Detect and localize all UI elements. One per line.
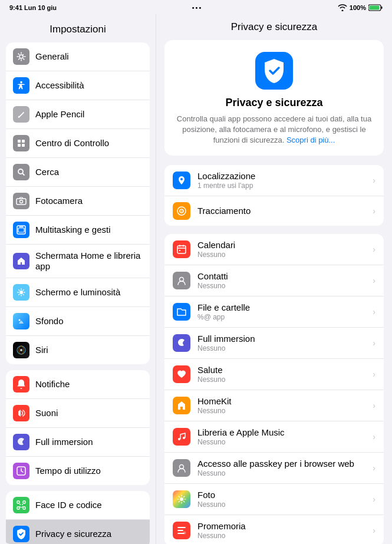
svg-rect-22	[17, 507, 19, 509]
full-immersion-detail-icon	[173, 334, 190, 352]
hero-privacy-icon	[255, 52, 293, 90]
hero-description: Controlla quali app possono accedere ai …	[174, 114, 374, 146]
list-item-libreria-music[interactable]: Libreria e Apple Music Nessuno ›	[164, 421, 384, 453]
chevron-icon: ›	[373, 338, 375, 348]
list-item-full-immersion-detail[interactable]: Full immersion Nessuno ›	[164, 328, 384, 359]
list-item-file-cartelle[interactable]: File e cartelle %@ app ›	[164, 296, 384, 328]
svg-point-18	[20, 349, 22, 351]
cerca-label: Cerca	[35, 167, 59, 177]
chevron-icon: ›	[373, 432, 375, 441]
schermata-home-label: Schermata Home e libreria app	[35, 250, 143, 272]
notifiche-icon	[13, 376, 29, 393]
svg-rect-5	[18, 140, 21, 143]
suoni-icon	[13, 405, 29, 421]
privacy-list-section: Calendari Nessuno › Contatti Nessuno ›	[164, 234, 384, 544]
libreria-music-icon	[173, 428, 190, 446]
sidebar-item-sfondo[interactable]: Sfondo	[6, 307, 150, 336]
svg-rect-20	[17, 501, 19, 503]
chevron-icon: ›	[373, 463, 375, 473]
file-cartelle-icon	[173, 303, 190, 321]
svg-rect-2	[369, 6, 379, 10]
status-indicators: 100%	[338, 4, 383, 11]
sidebar-item-fotocamera[interactable]: Fotocamera	[6, 187, 150, 216]
svg-rect-13	[18, 228, 24, 232]
list-item-passkey[interactable]: Accesso alle passkey per i browser web N…	[164, 453, 384, 484]
face-id-label: Face ID e codice	[35, 500, 102, 510]
svg-rect-1	[381, 6, 382, 9]
sidebar-item-suoni[interactable]: Suoni	[6, 399, 150, 428]
svg-point-41	[178, 438, 180, 440]
full-immersion-icon	[13, 434, 29, 450]
hero-card: Privacy e sicurezza Controlla quali app …	[164, 40, 384, 156]
svg-rect-21	[23, 501, 25, 503]
sidebar-item-apple-pencil[interactable]: Apple Pencil	[6, 100, 150, 129]
svg-rect-38	[177, 246, 186, 253]
fotocamera-icon	[13, 193, 29, 209]
chevron-icon: ›	[373, 276, 375, 285]
svg-point-37	[181, 210, 182, 212]
list-item-foto[interactable]: Foto Nessuno ›	[164, 484, 384, 515]
homekit-icon	[173, 397, 190, 414]
sidebar-item-face-id[interactable]: Face ID e codice	[6, 491, 150, 520]
sidebar-item-generali[interactable]: Generali	[6, 42, 150, 71]
svg-rect-6	[22, 140, 25, 143]
ipad-frame: 9:41 Lun 10 giu ••• 100% Impostazioni	[0, 0, 392, 544]
sidebar-item-multitasking[interactable]: Multitasking e gesti	[6, 216, 150, 245]
list-item-homekit[interactable]: HomeKit Nessuno ›	[164, 390, 384, 421]
main-layout: Impostazioni Generali Accessibilità	[0, 14, 392, 544]
tempo-utilizzo-label: Tempo di utilizzo	[35, 466, 101, 476]
hero-title: Privacy e sicurezza	[174, 97, 374, 109]
foto-icon	[173, 490, 190, 508]
svg-point-4	[20, 81, 22, 84]
svg-point-24	[19, 504, 21, 505]
detail-panel: Privacy e sicurezza Privacy e sicurezza …	[156, 14, 392, 544]
chevron-icon: ›	[373, 176, 375, 185]
tracciamento-content: Tracciamento	[197, 206, 370, 216]
face-id-icon	[13, 497, 29, 513]
multitasking-label: Multitasking e gesti	[35, 225, 111, 235]
status-time: 9:41 Lun 10 giu	[9, 4, 57, 11]
list-item-salute[interactable]: Salute Nessuno ›	[164, 359, 384, 390]
chevron-icon: ›	[373, 206, 375, 216]
siri-label: Siri	[35, 345, 48, 355]
localizzazione-content: Localizzazione 1 mentre usi l'app	[197, 171, 370, 190]
sidebar-item-notifiche[interactable]: Notifiche	[6, 370, 150, 399]
list-item-tracciamento[interactable]: Tracciamento ›	[164, 196, 384, 226]
centro-controllo-label: Centro di Controllo	[35, 138, 109, 149]
list-item-promemoria[interactable]: Promemoria Nessuno ›	[164, 515, 384, 544]
sidebar-item-schermata-home[interactable]: Schermata Home e libreria app	[6, 245, 150, 278]
contatti-icon	[173, 272, 190, 289]
sidebar-item-tempo-utilizzo[interactable]: Tempo di utilizzo	[6, 457, 150, 485]
svg-point-42	[183, 437, 185, 439]
sidebar-item-full-immersion[interactable]: Full immersion	[6, 428, 150, 457]
sidebar-item-privacy[interactable]: Privacy e sicurezza	[6, 520, 150, 544]
passkey-icon	[173, 459, 190, 477]
hero-link[interactable]: Scopri di più...	[286, 136, 335, 144]
multitasking-icon	[13, 222, 29, 238]
status-dots: •••	[192, 4, 203, 11]
salute-icon	[173, 365, 190, 383]
chevron-icon: ›	[373, 370, 375, 379]
svg-rect-10	[17, 199, 26, 205]
list-item-calendari[interactable]: Calendari Nessuno ›	[164, 234, 384, 265]
schermata-home-icon	[13, 253, 29, 269]
sidebar-item-centro-controllo[interactable]: Centro di Controllo	[6, 129, 150, 158]
chevron-icon: ›	[373, 526, 375, 535]
sidebar-item-schermo[interactable]: Schermo e luminosità	[6, 278, 150, 307]
list-item-localizzazione[interactable]: Localizzazione 1 mentre usi l'app ›	[164, 165, 384, 196]
chevron-icon: ›	[373, 401, 375, 410]
svg-point-45	[183, 531, 186, 534]
status-bar: 9:41 Lun 10 giu ••• 100%	[0, 0, 392, 14]
svg-point-25	[22, 504, 23, 505]
tracciamento-title: Tracciamento	[197, 206, 370, 216]
fotocamera-label: Fotocamera	[35, 196, 83, 206]
localizzazione-subtitle: 1 mentre usi l'app	[197, 182, 370, 190]
sidebar-item-accessibilita[interactable]: Accessibilità	[6, 71, 150, 100]
sidebar-item-cerca[interactable]: Cerca	[6, 158, 150, 187]
list-item-contatti[interactable]: Contatti Nessuno ›	[164, 265, 384, 296]
chevron-icon: ›	[373, 494, 375, 504]
detail-title: Privacy e sicurezza	[164, 21, 384, 33]
svg-rect-7	[18, 144, 21, 147]
chevron-icon: ›	[373, 245, 375, 254]
sidebar-item-siri[interactable]: Siri	[6, 336, 150, 364]
